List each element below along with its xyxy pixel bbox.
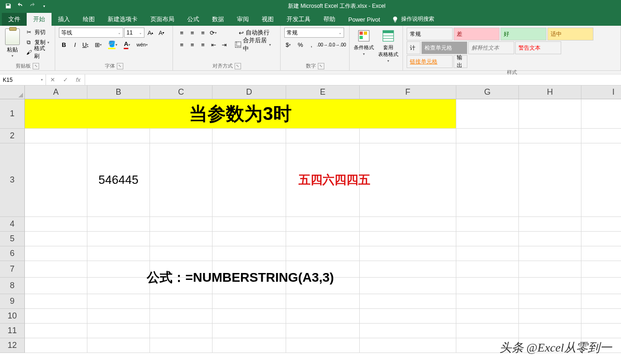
number-format-combo[interactable]: 常规⌄ (284, 28, 344, 38)
style-normal[interactable]: 常规 (407, 28, 453, 40)
row-header-7[interactable]: 7 (0, 261, 25, 278)
style-output[interactable]: 输出 (454, 55, 467, 68)
cell-G11[interactable] (456, 324, 519, 338)
cell-H6[interactable] (519, 246, 581, 261)
undo-button[interactable] (15, 1, 26, 11)
cell-A2[interactable] (25, 129, 87, 143)
cell-H3[interactable] (519, 143, 581, 217)
cell-D11[interactable] (213, 324, 286, 338)
style-bad[interactable]: 差 (454, 28, 500, 40)
fill-color-button[interactable]: 🪣▾ (107, 40, 121, 50)
cell-I9[interactable] (581, 294, 621, 309)
font-dialog-launcher[interactable]: ⤡ (117, 63, 123, 69)
align-bottom-button[interactable]: ≡ (198, 28, 208, 38)
row-header-9[interactable]: 9 (0, 294, 25, 309)
row-header-12[interactable]: 12 (0, 338, 25, 353)
cell-G10[interactable] (456, 309, 519, 324)
cell-A11[interactable] (25, 324, 87, 338)
cell-B2[interactable] (87, 129, 150, 143)
align-center-button[interactable]: ≡ (187, 40, 197, 50)
cell-E6[interactable] (286, 246, 360, 261)
decrease-decimal-button[interactable]: .0→.00 (332, 40, 346, 50)
col-header-E[interactable]: E (286, 85, 360, 99)
tab-insert[interactable]: 插入 (52, 13, 76, 26)
style-neutral[interactable]: 适中 (547, 28, 593, 40)
cell-G3[interactable] (456, 143, 519, 217)
paste-button[interactable]: 粘贴 ▾ (4, 28, 22, 58)
tab-review[interactable]: 审阅 (230, 13, 255, 26)
cell-H10[interactable] (519, 309, 581, 324)
cell-A4[interactable] (25, 217, 87, 232)
increase-indent-button[interactable]: ⇥ (219, 40, 229, 50)
col-header-A[interactable]: A (25, 85, 87, 99)
cell-G1[interactable] (456, 99, 519, 129)
cell-D6[interactable] (213, 246, 286, 261)
col-header-G[interactable]: G (456, 85, 519, 99)
cell-G6[interactable] (456, 246, 519, 261)
cell-B6[interactable] (87, 246, 150, 261)
tab-newtab[interactable]: 新建选项卡 (101, 13, 144, 26)
cell-I8[interactable] (581, 278, 621, 294)
percent-button[interactable]: % (295, 40, 305, 50)
cell-D10[interactable] (213, 309, 286, 324)
cell-H5[interactable] (519, 232, 581, 246)
tell-me[interactable]: 操作说明搜索 (386, 12, 440, 26)
cell-H8[interactable] (519, 278, 581, 294)
tab-developer[interactable]: 开发工具 (280, 13, 317, 26)
cell-I5[interactable] (581, 232, 621, 246)
col-header-C[interactable]: C (150, 85, 213, 99)
decrease-indent-button[interactable]: ⇤ (208, 40, 218, 50)
align-right-button[interactable]: ≡ (198, 40, 208, 50)
cell-E9[interactable] (286, 294, 360, 309)
cell-D9[interactable] (213, 294, 286, 309)
formula-input[interactable] (85, 74, 621, 85)
row-header-4[interactable]: 4 (0, 217, 25, 232)
cell-B11[interactable] (87, 324, 150, 338)
cell-F9[interactable] (360, 294, 456, 309)
cancel-formula-button[interactable]: ✕ (46, 76, 59, 83)
cell-B9[interactable] (87, 294, 150, 309)
style-calc[interactable]: 计 (407, 41, 420, 54)
enter-formula-button[interactable]: ✓ (59, 76, 72, 83)
cell-B12[interactable] (87, 338, 150, 353)
style-good[interactable]: 好 (500, 28, 546, 40)
cell-H1[interactable] (519, 99, 581, 129)
cell-title-merged[interactable]: 当参数为3时 (25, 99, 456, 129)
row-header-5[interactable]: 5 (0, 232, 25, 246)
cell-C4[interactable] (150, 217, 213, 232)
cell-formula-text[interactable]: 公式：=NUMBERSTRING(A3,3) (25, 261, 456, 294)
font-name-combo[interactable]: 等线⌄ (59, 28, 123, 38)
cell-E10[interactable] (286, 309, 360, 324)
cell-E2[interactable] (286, 129, 360, 143)
cell-G4[interactable] (456, 217, 519, 232)
number-dialog-launcher[interactable]: ⤡ (318, 63, 324, 69)
name-box[interactable]: K15 ▾ (0, 74, 46, 85)
cell-D4[interactable] (213, 217, 286, 232)
cell-G5[interactable] (456, 232, 519, 246)
tab-formulas[interactable]: 公式 (181, 13, 206, 26)
cell-A12[interactable] (25, 338, 87, 353)
border-button[interactable]: ⊞▾ (93, 40, 106, 50)
cell-G9[interactable] (456, 294, 519, 309)
conditional-format-button[interactable]: 条件格式▾ (353, 28, 375, 56)
fx-button[interactable]: fx (72, 76, 85, 83)
cell-I10[interactable] (581, 309, 621, 324)
style-link[interactable]: 链接单元格 (407, 55, 453, 68)
cell-I3[interactable] (581, 143, 621, 217)
cell-C5[interactable] (150, 232, 213, 246)
increase-decimal-button[interactable]: .00→.0 (317, 40, 331, 50)
cell-F5[interactable] (360, 232, 456, 246)
comma-button[interactable]: , (306, 40, 316, 50)
row-header-8[interactable]: 8 (0, 278, 25, 294)
cell-A9[interactable] (25, 294, 87, 309)
cell-C10[interactable] (150, 309, 213, 324)
tab-draw[interactable]: 绘图 (76, 13, 101, 26)
font-color-button[interactable]: A▾ (122, 40, 134, 50)
tab-view[interactable]: 视图 (255, 13, 280, 26)
phonetic-button[interactable]: wén▾ (135, 40, 152, 50)
cell-H11[interactable] (519, 324, 581, 338)
format-as-table-button[interactable]: 套用 表格格式▾ (378, 28, 399, 63)
row-header-1[interactable]: 1 (0, 99, 25, 129)
cell-D12[interactable] (213, 338, 286, 353)
row-header-10[interactable]: 10 (0, 309, 25, 324)
